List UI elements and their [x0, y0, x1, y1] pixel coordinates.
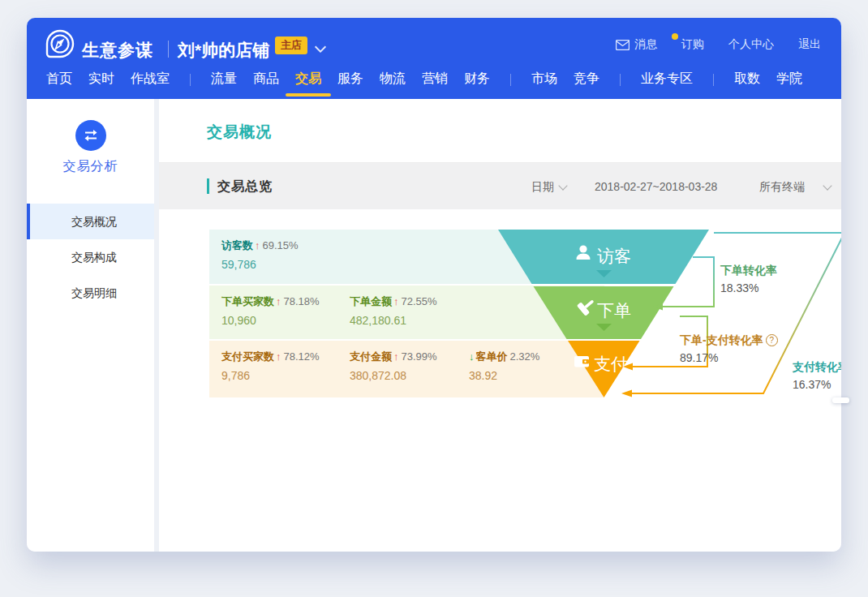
- pay-wallet-icon: [574, 356, 589, 367]
- main-content: 交易概况 交易总览 日期 2018-02-27~2018-03-28 所有终端 …: [159, 99, 841, 552]
- header-quick-links: 消息 订购 个人中心 退出: [616, 37, 821, 52]
- brand-title: 生意参谋: [82, 39, 153, 62]
- pay-conversion-rate: 支付转化率 16.37%: [793, 360, 841, 391]
- nav-biz-zone[interactable]: 业务专区: [641, 61, 693, 99]
- funnel-order-label: 下单: [597, 301, 631, 320]
- nav-marketing[interactable]: 营销: [422, 61, 448, 99]
- nav-market[interactable]: 市场: [531, 61, 557, 99]
- nav-logistics[interactable]: 物流: [380, 61, 406, 99]
- nav-realtime[interactable]: 实时: [88, 61, 114, 99]
- nav-divider: [510, 74, 511, 86]
- page-title-band: 交易概况: [159, 99, 841, 163]
- page-title: 交易概况: [207, 122, 272, 143]
- side-drawer-handle[interactable]: [832, 397, 849, 403]
- chevron-down-icon: [823, 181, 831, 190]
- sidebar-menu: 交易概况 交易构成 交易明细: [27, 204, 154, 311]
- nav-data-fetch[interactable]: 取数: [734, 61, 760, 99]
- nav-warroom[interactable]: 作战室: [131, 61, 170, 99]
- nav-service[interactable]: 服务: [337, 61, 363, 99]
- section-toolbar: 交易总览 日期 2018-02-27~2018-03-28 所有终端: [159, 163, 841, 209]
- sidebar-item-trade-detail[interactable]: 交易明细: [27, 275, 154, 311]
- logout-link[interactable]: 退出: [798, 37, 821, 52]
- nav-divider: [190, 74, 191, 86]
- notification-dot: [672, 33, 678, 40]
- help-question-icon[interactable]: ?: [766, 334, 778, 346]
- sidebar-module-title: 交易分析: [27, 158, 154, 175]
- sidebar-item-trade-overview[interactable]: 交易概况: [27, 204, 154, 239]
- nav-traffic[interactable]: 流量: [211, 61, 237, 99]
- order-conversion-rate: 下单转化率 18.33%: [720, 264, 777, 294]
- shop-switch-chevron-icon[interactable]: [316, 43, 324, 51]
- main-nav: 首页 实时 作战室 流量 商品 交易 服务 物流 营销 财务 市场 竞争 业务专…: [38, 61, 841, 99]
- funnel-pay-label: 支付: [594, 354, 628, 373]
- nav-divider: [620, 74, 621, 86]
- sidebar: 交易分析 交易概况 交易构成 交易明细: [27, 99, 154, 552]
- order-pay-conversion-rate: 下单-支付转化率? 89.17%: [680, 333, 778, 364]
- trade-funnel-chart: 访客数↑69.15% 59,786 下单买家数↑78.18% 10,960 下单…: [209, 230, 841, 397]
- shop-name: 刘*帅的店铺: [178, 39, 269, 62]
- funnel-visitor-label: 访客: [597, 247, 631, 265]
- nav-trade-active[interactable]: 交易: [295, 61, 321, 99]
- funnel-graphic: 访客 下单 支付: [209, 230, 841, 397]
- nav-competition[interactable]: 竞争: [574, 61, 599, 99]
- nav-home[interactable]: 首页: [46, 61, 72, 99]
- top-header: 生意参谋 刘*帅的店铺 主店 消息 订购 个人中心 退出: [27, 18, 841, 99]
- sidebar-item-trade-composition[interactable]: 交易构成: [27, 239, 154, 275]
- app-window: 生意参谋 刘*帅的店铺 主店 消息 订购 个人中心 退出: [27, 18, 841, 552]
- date-mode-select[interactable]: 日期: [531, 180, 566, 195]
- account-link[interactable]: 个人中心: [728, 37, 774, 52]
- section-title: 交易总览: [207, 178, 273, 194]
- nav-finance[interactable]: 财务: [464, 61, 490, 99]
- chevron-down-icon: [558, 181, 567, 190]
- shop-badge: 主店: [275, 37, 307, 54]
- sycm-logo-icon: [45, 28, 75, 59]
- messages-label: 消息: [634, 37, 657, 52]
- subscribe-link[interactable]: 订购: [681, 37, 704, 52]
- messages-link[interactable]: 消息: [616, 37, 657, 52]
- mail-icon: [616, 40, 630, 50]
- terminal-filter-select[interactable]: 所有终端: [759, 180, 836, 195]
- date-range-value[interactable]: 2018-02-27~2018-03-28: [595, 180, 717, 193]
- nav-divider: [713, 74, 714, 86]
- nav-product[interactable]: 商品: [253, 61, 279, 99]
- brand-divider: [168, 41, 169, 58]
- pay-rate-arrowhead: [621, 390, 632, 397]
- nav-academy[interactable]: 学院: [776, 61, 802, 99]
- trade-analysis-icon: [75, 120, 106, 151]
